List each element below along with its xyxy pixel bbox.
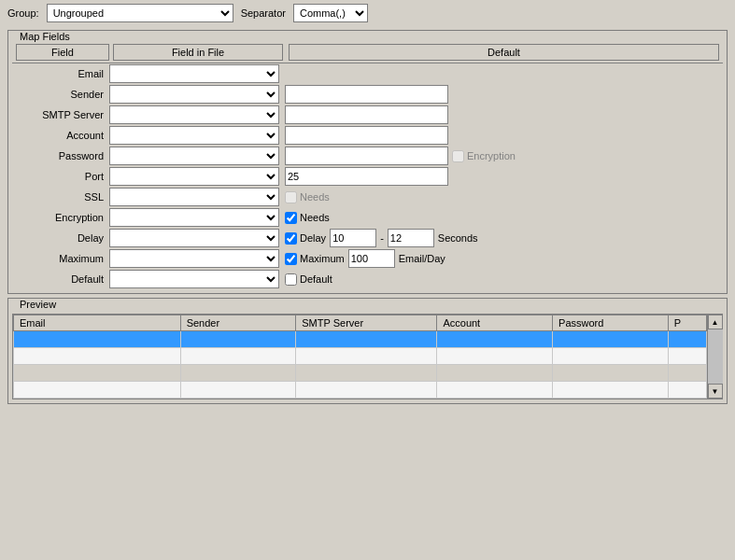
- file-select-maximum[interactable]: [109, 249, 279, 268]
- cell-smtp-1: [296, 331, 437, 348]
- file-select-password[interactable]: [109, 147, 279, 165]
- input-account[interactable]: [285, 126, 448, 145]
- file-select-encryption[interactable]: [109, 208, 279, 227]
- select-account[interactable]: [109, 126, 279, 145]
- ssl-needs-label[interactable]: Needs: [285, 191, 330, 203]
- select-port[interactable]: [109, 167, 279, 186]
- input-password[interactable]: [285, 147, 448, 165]
- default-password: Encryption: [279, 147, 719, 165]
- select-smtp[interactable]: [109, 105, 279, 124]
- col-p: P: [668, 315, 706, 331]
- default-encryption: Needs: [279, 212, 719, 224]
- label-delay: Delay: [16, 232, 109, 244]
- cell-p-4: [668, 382, 706, 399]
- label-encryption: Encryption: [16, 212, 109, 223]
- max-suffix: Email/Day: [399, 253, 445, 264]
- col-sender: Sender: [180, 315, 296, 331]
- label-password: Password: [16, 150, 109, 161]
- map-fields-title: Map Fields: [16, 31, 74, 42]
- cell-account-3: [437, 365, 553, 382]
- label-default: Default: [16, 273, 109, 285]
- preview-section: Preview Email Sender SMTP Server Account…: [7, 298, 728, 404]
- file-select-default[interactable]: [109, 270, 279, 288]
- enc-needs-checkbox[interactable]: [285, 212, 297, 224]
- preview-table-container: Email Sender SMTP Server Account Passwor…: [12, 314, 723, 399]
- preview-row-3: [14, 365, 707, 382]
- cell-password-3: [553, 365, 669, 382]
- header-default: Default: [289, 44, 719, 61]
- map-fields-headers: Field Field in File Default: [12, 42, 723, 63]
- row-sender: Sender: [12, 84, 723, 105]
- encryption-checkbox-label[interactable]: Encryption: [452, 150, 516, 162]
- select-email[interactable]: [109, 64, 279, 83]
- select-delay[interactable]: [109, 229, 279, 247]
- delay-separator: -: [380, 232, 384, 244]
- delay-val1[interactable]: [330, 229, 376, 247]
- cell-smtp-3: [296, 365, 437, 382]
- row-ssl: SSL Needs: [12, 187, 723, 207]
- ssl-needs-text: Needs: [300, 191, 330, 203]
- default-text: Default: [300, 273, 332, 285]
- encryption-label: Encryption: [467, 150, 516, 161]
- select-ssl[interactable]: [109, 188, 279, 206]
- scroll-track[interactable]: [708, 329, 723, 384]
- enc-needs-label[interactable]: Needs: [285, 212, 330, 224]
- cell-sender-2: [180, 348, 296, 365]
- preview-row-4: [14, 382, 707, 399]
- file-select-ssl[interactable]: [109, 188, 279, 206]
- file-select-sender[interactable]: [109, 85, 279, 104]
- preview-row-2: [14, 348, 707, 365]
- cell-password-4: [553, 382, 669, 399]
- file-select-email[interactable]: [109, 64, 279, 83]
- select-encryption[interactable]: [109, 208, 279, 227]
- preview-header-row: Email Sender SMTP Server Account Passwor…: [14, 315, 707, 331]
- cell-sender-4: [180, 382, 296, 399]
- file-select-account[interactable]: [109, 126, 279, 145]
- row-default: Default Default: [12, 269, 723, 289]
- preview-title: Preview: [16, 299, 60, 310]
- default-checkbox-label[interactable]: Default: [285, 273, 332, 286]
- separator-select[interactable]: Comma(,) Semicolon(;) Tab: [293, 4, 368, 22]
- cell-p-3: [668, 365, 706, 382]
- input-port[interactable]: [285, 167, 448, 186]
- col-smtp: SMTP Server: [296, 315, 437, 331]
- default-checkbox[interactable]: [285, 273, 297, 286]
- select-password[interactable]: [109, 147, 279, 165]
- row-account: Account: [12, 125, 723, 146]
- delay-val2[interactable]: [388, 229, 434, 247]
- enc-needs-text: Needs: [300, 212, 330, 223]
- label-email: Email: [16, 68, 109, 79]
- group-select[interactable]: Ungrouped: [47, 4, 233, 22]
- default-smtp: [279, 105, 719, 124]
- select-sender[interactable]: [109, 85, 279, 104]
- select-maximum[interactable]: [109, 249, 279, 268]
- cell-account-2: [437, 348, 553, 365]
- input-smtp[interactable]: [285, 105, 448, 124]
- default-maximum: Maximum Email/Day: [279, 249, 719, 268]
- preview-scrollbar[interactable]: ▲ ▼: [707, 315, 722, 399]
- file-select-delay[interactable]: [109, 229, 279, 247]
- col-email: Email: [14, 315, 181, 331]
- delay-checkbox-label[interactable]: Delay: [285, 232, 326, 245]
- default-delay: Delay - Seconds: [279, 229, 719, 247]
- max-checkbox-label[interactable]: Maximum: [285, 253, 345, 265]
- preview-row-1: [14, 331, 707, 348]
- file-select-port[interactable]: [109, 167, 279, 186]
- select-default[interactable]: [109, 270, 279, 288]
- encryption-checkbox[interactable]: [452, 150, 464, 162]
- scroll-down-btn[interactable]: ▼: [708, 384, 723, 399]
- row-encryption: Encryption Needs: [12, 207, 723, 228]
- ssl-needs-checkbox[interactable]: [285, 191, 297, 203]
- input-sender[interactable]: [285, 85, 448, 104]
- map-fields-content: Field Field in File Default Email Sender…: [8, 42, 727, 293]
- file-select-smtp[interactable]: [109, 105, 279, 124]
- scroll-up-btn[interactable]: ▲: [708, 315, 723, 329]
- default-account: [279, 126, 719, 145]
- row-port: Port: [12, 166, 723, 187]
- cell-sender-1: [180, 331, 296, 348]
- max-checkbox[interactable]: [285, 253, 297, 265]
- label-maximum: Maximum: [16, 253, 109, 264]
- delay-suffix: Seconds: [438, 232, 478, 244]
- max-val[interactable]: [348, 249, 395, 268]
- delay-checkbox[interactable]: [285, 232, 297, 245]
